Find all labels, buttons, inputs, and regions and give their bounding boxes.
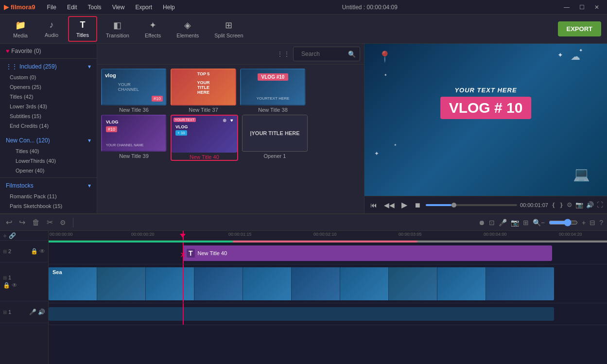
panel-item-romantic[interactable]: Romantic Pack (11) — [0, 191, 97, 201]
preview-snapshot-icon[interactable]: 📷 — [575, 201, 583, 208]
preview-overlay: YOUR TEXT HERE VLOG # 10 — [440, 87, 532, 119]
panel-item-lower3rds[interactable]: Lower 3rds (43) — [0, 102, 97, 111]
win-maximize[interactable]: ☐ — [575, 3, 589, 12]
track-label-2: ⊞ 2 🔒 👁 — [0, 241, 48, 262]
tick-5: 00:00:04:00 — [484, 232, 507, 237]
video-thumb-3 — [146, 267, 194, 300]
win-minimize[interactable]: — — [560, 3, 573, 12]
toolbar-effects[interactable]: ✦ Effects — [138, 17, 168, 41]
panel-item-subtitles[interactable]: Subtitles (15) — [0, 111, 97, 121]
toolbar-media[interactable]: 📁 Media — [6, 17, 35, 41]
prev-button[interactable]: ⏮ — [368, 200, 379, 210]
newcon-header[interactable]: New Con... (120) ▾ — [0, 135, 97, 146]
media-item-title36[interactable]: vlog #10 YOUR CHANNEL New Title 36 — [101, 69, 167, 113]
media-item-title38[interactable]: VLOG #10 YOURTEXT HERE New Title 38 — [240, 69, 306, 113]
filmstocks-section: Filmstocks ▾ Romantic Pack (11) Paris Sk… — [0, 177, 97, 213]
menu-tools[interactable]: Tools — [83, 2, 106, 13]
panel-item-endcredits[interactable]: End Credits (14) — [0, 121, 97, 131]
media-item-title40[interactable]: YOUR TEXT VLOG + 10 ♥ ⊕ New Title 40 — [171, 115, 238, 161]
panel-item-titles[interactable]: Titles (42) — [0, 92, 97, 102]
rewind-button[interactable]: ◀◀ — [382, 200, 397, 210]
menu-view[interactable]: View — [107, 2, 130, 13]
link-icon[interactable]: 🔗 — [9, 232, 16, 239]
preview-settings-icon[interactable]: ⚙ — [567, 201, 572, 208]
panel-item-paris[interactable]: Paris Sketchbook (15) — [0, 201, 97, 211]
view-toggle-icon[interactable]: ⊟ — [590, 219, 595, 226]
export-button[interactable]: EXPORT — [558, 21, 601, 36]
chevron-down-icon2: ▾ — [88, 137, 91, 144]
track2-eye-icon[interactable]: 👁 — [39, 248, 45, 255]
title-clip[interactable]: T New Title 40 — [183, 245, 552, 261]
favorite-bar[interactable]: ♥ Favorite (0) — [0, 44, 97, 59]
media-icon: 📁 — [15, 20, 26, 31]
cut-button[interactable]: ✂ — [45, 217, 55, 228]
track2-lock-icon[interactable]: 🔒 — [31, 248, 38, 255]
menu-export[interactable]: Export — [130, 2, 157, 13]
menu-edit[interactable]: Edit — [62, 2, 82, 13]
playhead-triangle — [180, 234, 186, 238]
video-clip[interactable]: Sea — [49, 267, 554, 300]
tracks-area: T New Title 40 ✕ Sea — [49, 243, 607, 325]
menu-file[interactable]: File — [42, 2, 61, 13]
effects-label: Effects — [145, 33, 161, 38]
audio-volume-icon[interactable]: 🔊 — [38, 309, 45, 315]
camera-icon[interactable]: 📷 — [511, 219, 519, 226]
snap-icon[interactable]: ⊡ — [489, 219, 495, 226]
audio-clip[interactable] — [49, 307, 554, 321]
record-icon[interactable]: ⏺ — [478, 219, 485, 226]
app-logo: ▶ filmora9 — [4, 3, 35, 11]
preview-screen: ✦ ✦ ✦ ✦ ✦ 📍 ☁ 💻 YOUR TEXT HERE VLOG # 10 — [364, 44, 607, 196]
media-row-1: vlog #10 YOUR CHANNEL New Title 36 TOP 5… — [101, 69, 360, 113]
toolbar-split-screen[interactable]: ⊞ Split Screen — [208, 17, 250, 41]
elements-label: Elements — [176, 33, 199, 38]
zoom-in-icon[interactable]: + — [582, 219, 586, 226]
separator-1 — [73, 218, 73, 227]
add-track-button[interactable]: + — [3, 232, 7, 240]
progress-bar[interactable] — [426, 204, 517, 206]
media-item-title39[interactable]: VLOG #10 YOUR CHANNEL NAME New Title 39 — [101, 115, 167, 161]
preview-volume-icon[interactable]: 🔊 — [586, 201, 594, 208]
redo-button[interactable]: ↪ — [17, 217, 27, 228]
panel-item-custom[interactable]: Custom (0) — [0, 72, 97, 82]
video-thumbnails — [49, 267, 554, 300]
media-item-opener1[interactable]: |YOUR TITLE HERE Opener 1 — [242, 115, 308, 161]
toolbar-elements[interactable]: ◈ Elements — [170, 17, 206, 41]
time-ruler[interactable]: 00:00:00:00 00:00:00:20 00:00:01:15 00:0… — [49, 231, 607, 241]
track1-eye-icon[interactable]: 👁 — [12, 282, 17, 289]
panel-item-openers[interactable]: Openers (25) — [0, 82, 97, 92]
included-label: Included (259) — [19, 63, 57, 70]
audio-mic-icon[interactable]: 🎤 — [29, 309, 36, 315]
panel-item-nc-lowerthirds[interactable]: LowerThirds (40) — [0, 156, 97, 166]
included-header[interactable]: ⋮⋮ Included (259) ▾ — [0, 61, 97, 72]
search-input[interactable] — [297, 49, 346, 59]
track1-lock-icon[interactable]: 🔒 — [3, 282, 10, 289]
stop-button[interactable]: ⏹ — [412, 200, 423, 210]
media-item-title37[interactable]: TOP 5 YOURTITLEHERE New Title 37 — [171, 69, 236, 113]
filmstocks-header[interactable]: Filmstocks ▾ — [0, 180, 97, 191]
toolbar-audio[interactable]: ♪ Audio — [37, 17, 66, 41]
tl-settings-icon[interactable]: ⊞ — [523, 219, 529, 226]
question-icon[interactable]: ? — [599, 219, 603, 226]
split-button[interactable]: ⚙ — [58, 218, 68, 227]
main-toolbar: 📁 Media ♪ Audio T Titles ◧ Transition ✦ … — [0, 15, 607, 44]
search-icon: 🔍 — [348, 51, 356, 58]
zoom-slider[interactable] — [549, 219, 578, 226]
grid2-icon: ⊞ — [3, 249, 7, 254]
media-label: Media — [13, 33, 28, 38]
play-button[interactable]: ▶ — [399, 199, 409, 210]
mic-icon[interactable]: 🎤 — [499, 219, 507, 226]
toolbar-titles[interactable]: T Titles — [68, 16, 97, 42]
panel-item-nc-opener[interactable]: Opener (40) — [0, 166, 97, 175]
playhead-x-marker: ✕ — [180, 250, 186, 260]
filmstocks-label: Filmstocks — [6, 182, 34, 189]
undo-button[interactable]: ↩ — [4, 217, 14, 228]
delete-button[interactable]: 🗑 — [30, 217, 42, 228]
progress-handle[interactable] — [451, 203, 456, 208]
preview-fullscreen-icon[interactable]: ⛶ — [597, 201, 603, 208]
zoom-out-icon[interactable]: 🔍− — [533, 219, 545, 226]
panel-item-nc-titles[interactable]: Titles (40) — [0, 146, 97, 156]
menu-help[interactable]: Help — [158, 2, 180, 13]
toolbar-transition[interactable]: ◧ Transition — [99, 17, 136, 41]
win-close[interactable]: ✕ — [590, 3, 603, 12]
track-label-1: ⊞ 1 🔒 👁 — [0, 262, 48, 301]
